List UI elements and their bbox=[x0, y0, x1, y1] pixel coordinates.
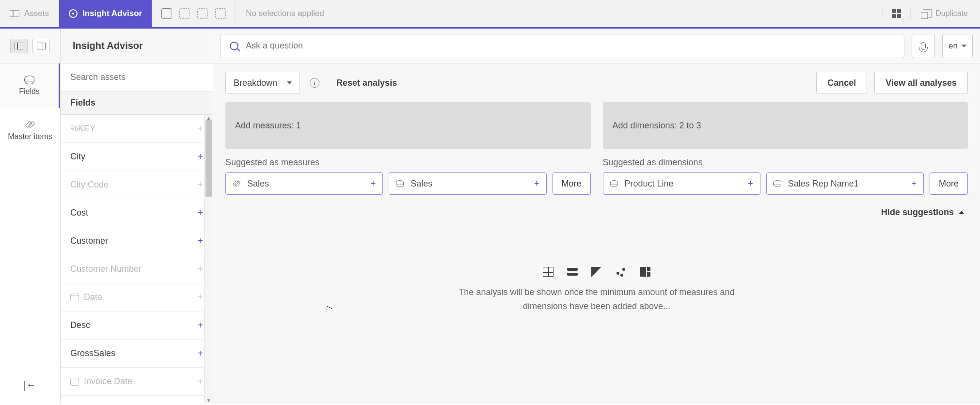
selections-text: No selections applied bbox=[236, 0, 882, 27]
left-panel-toggle[interactable] bbox=[10, 39, 28, 53]
cancel-button[interactable]: Cancel bbox=[816, 72, 867, 94]
chevron-up-icon bbox=[959, 211, 964, 214]
step-back-icon[interactable] bbox=[179, 8, 190, 19]
question-search-box[interactable] bbox=[221, 34, 904, 58]
search-assets-input[interactable] bbox=[70, 72, 203, 82]
link-icon bbox=[25, 120, 35, 129]
clear-selections-icon[interactable] bbox=[215, 8, 226, 19]
add-field-icon[interactable]: + bbox=[197, 235, 203, 247]
field-name: Date bbox=[84, 292, 197, 302]
left-rail: Fields Master items |← bbox=[0, 63, 61, 404]
database-icon bbox=[774, 180, 781, 187]
add-field-icon[interactable]: + bbox=[197, 123, 203, 134]
add-chip-icon[interactable]: + bbox=[371, 179, 376, 189]
field-row-invoice-date[interactable]: Invoice Date+ bbox=[61, 368, 213, 396]
rail-fields[interactable]: Fields bbox=[0, 63, 60, 108]
language-dropdown[interactable]: en bbox=[942, 34, 973, 58]
assets-panel: Fields %KEY+City+City Code+Cost+Customer… bbox=[61, 63, 213, 404]
more-suggestions-button[interactable]: More bbox=[930, 172, 968, 195]
measures-dropzone[interactable]: Add measures: 1 bbox=[225, 102, 591, 149]
database-icon bbox=[396, 180, 404, 187]
add-chip-icon[interactable]: + bbox=[911, 179, 917, 189]
calendar-icon bbox=[70, 378, 79, 386]
dimension-chips: Product Line+Sales Rep Name1+More bbox=[603, 172, 968, 195]
sankey-viz-icon bbox=[567, 267, 578, 277]
field-name: GrossSales bbox=[70, 348, 197, 358]
bulb-icon bbox=[69, 9, 78, 18]
add-field-icon[interactable]: + bbox=[197, 376, 203, 387]
field-row-customer[interactable]: Customer+ bbox=[61, 227, 213, 255]
suggestion-chip-sales[interactable]: Sales+ bbox=[389, 172, 546, 195]
view-all-analyses-button[interactable]: View all analyses bbox=[874, 72, 968, 94]
suggestion-chip-sales[interactable]: Sales+ bbox=[225, 172, 383, 195]
field-row-grosssales[interactable]: GrossSales+ bbox=[61, 340, 213, 368]
main-area: Breakdown i Reset analysis Cancel View a… bbox=[213, 63, 980, 404]
field-name: Customer Number bbox=[70, 264, 197, 274]
analysis-placeholder: The analysis will be shown once the mini… bbox=[213, 267, 980, 313]
field-row-customer-number[interactable]: Customer Number+ bbox=[61, 255, 213, 283]
duplicate-label: Duplicate bbox=[935, 9, 968, 18]
field-row-city-code[interactable]: City Code+ bbox=[61, 171, 213, 199]
drop-zones-row: Add measures: 1 Add dimensions: 2 to 3 bbox=[213, 102, 980, 149]
scroll-thumb[interactable] bbox=[205, 120, 212, 197]
field-row-date[interactable]: Date+ bbox=[61, 283, 213, 312]
layout-right-icon bbox=[37, 43, 46, 49]
field-name: Invoice Date bbox=[84, 376, 197, 387]
add-field-icon[interactable]: + bbox=[197, 179, 203, 190]
suggested-measures-label: Suggested as measures bbox=[225, 157, 591, 168]
sheets-grid-button[interactable] bbox=[882, 9, 910, 18]
suggestion-chip-product-line[interactable]: Product Line+ bbox=[603, 172, 760, 195]
duplicate-icon bbox=[923, 9, 932, 18]
collapse-rail-button[interactable]: |← bbox=[23, 379, 37, 391]
right-panel-toggle[interactable] bbox=[32, 39, 50, 53]
field-row-desc[interactable]: Desc+ bbox=[61, 312, 213, 340]
rail-master-items[interactable]: Master items bbox=[0, 108, 60, 153]
add-chip-icon[interactable]: + bbox=[534, 179, 539, 189]
add-chip-icon[interactable]: + bbox=[748, 179, 753, 189]
add-field-icon[interactable]: + bbox=[197, 151, 203, 162]
treemap-viz-icon bbox=[640, 267, 650, 277]
suggestion-chips-row: Sales+Sales+More Product Line+Sales Rep … bbox=[213, 172, 980, 195]
add-field-icon[interactable]: + bbox=[197, 207, 203, 218]
selection-tools bbox=[152, 0, 236, 27]
field-name: Customer bbox=[70, 236, 197, 246]
dimensions-dropzone[interactable]: Add dimensions: 2 to 3 bbox=[603, 102, 968, 149]
suggestion-chip-sales-rep-name1[interactable]: Sales Rep Name1+ bbox=[766, 172, 924, 195]
field-list[interactable]: %KEY+City+City Code+Cost+Customer+Custom… bbox=[61, 115, 213, 404]
scroll-down-icon[interactable]: ▼ bbox=[205, 398, 213, 403]
more-suggestions-button[interactable]: More bbox=[553, 172, 591, 195]
chip-label: Sales Rep Name1 bbox=[788, 179, 859, 189]
field-row--key[interactable]: %KEY+ bbox=[61, 115, 213, 143]
field-row-city[interactable]: City+ bbox=[61, 143, 213, 171]
insight-advisor-tab[interactable]: Insight Advisor bbox=[59, 0, 152, 27]
add-field-icon[interactable]: + bbox=[197, 348, 203, 359]
page-title: Insight Advisor bbox=[61, 29, 213, 63]
chip-label: Product Line bbox=[625, 179, 674, 189]
step-forward-icon[interactable] bbox=[197, 8, 208, 19]
layout-left-icon bbox=[15, 43, 23, 49]
measure-chips: Sales+Sales+More bbox=[225, 172, 591, 195]
insight-advisor-label: Insight Advisor bbox=[82, 9, 142, 18]
chevron-down-icon bbox=[962, 45, 966, 47]
reset-analysis-button[interactable]: Reset analysis bbox=[336, 78, 397, 88]
viz-type-icons bbox=[543, 267, 650, 277]
add-field-icon[interactable]: + bbox=[197, 292, 203, 303]
hide-suggestions-button[interactable]: Hide suggestions bbox=[881, 207, 964, 218]
add-field-icon[interactable]: + bbox=[197, 320, 203, 331]
info-icon[interactable]: i bbox=[310, 78, 319, 88]
analysis-type-dropdown[interactable]: Breakdown bbox=[225, 72, 300, 94]
add-field-icon[interactable]: + bbox=[197, 264, 203, 275]
selection-tool-icon[interactable] bbox=[161, 8, 172, 19]
database-icon bbox=[25, 76, 34, 84]
rail-master-label: Master items bbox=[8, 132, 52, 141]
sub-toolbar: Insight Advisor en bbox=[0, 29, 980, 63]
analysis-type-label: Breakdown bbox=[234, 78, 277, 88]
field-row-cost[interactable]: Cost+ bbox=[61, 199, 213, 227]
scrollbar[interactable]: ▲ ▼ bbox=[204, 115, 213, 404]
question-input[interactable] bbox=[246, 41, 895, 51]
assets-tab: Assets bbox=[0, 0, 59, 27]
table-viz-icon bbox=[543, 267, 553, 277]
field-name: City Code bbox=[70, 180, 197, 190]
chip-label: Sales bbox=[411, 179, 432, 189]
voice-button[interactable] bbox=[912, 34, 935, 58]
